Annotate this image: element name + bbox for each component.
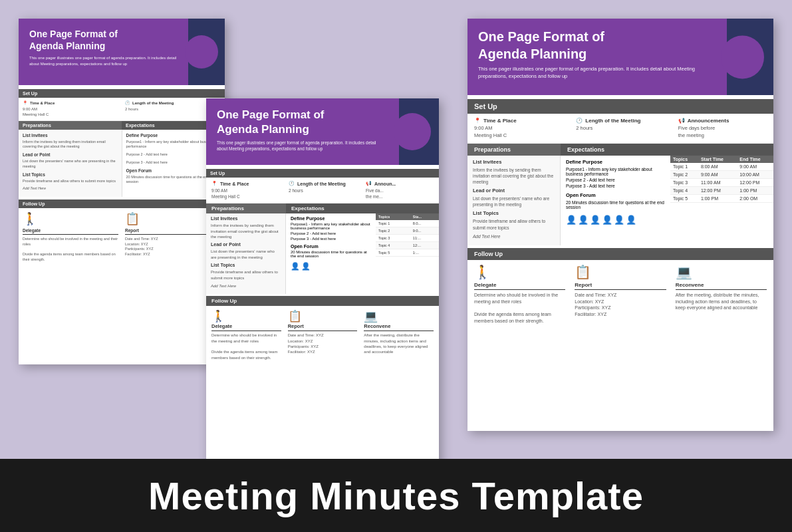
main-title: Meeting Minutes Template bbox=[148, 473, 644, 518]
back-right-card: One Page Format ofAgenda Planning This o… bbox=[467, 19, 773, 431]
back-left-card: One Page Format ofAgenda Planning This o… bbox=[19, 19, 225, 364]
setup-bar: Set Up bbox=[206, 169, 439, 178]
card-subtitle: This one pager illustrates one pager for… bbox=[478, 66, 712, 80]
card-title: One Page Format ofAgenda Planning bbox=[478, 28, 763, 63]
bottom-title-bar: Meeting Minutes Template bbox=[0, 459, 792, 532]
card-subtitle: This one pager illustrates one pager for… bbox=[29, 55, 177, 66]
card-subtitle: This one pager illustrates one pager for… bbox=[217, 140, 386, 152]
setup-section-bar: Set Up bbox=[19, 89, 225, 98]
setup-bar: Set Up bbox=[467, 99, 773, 114]
